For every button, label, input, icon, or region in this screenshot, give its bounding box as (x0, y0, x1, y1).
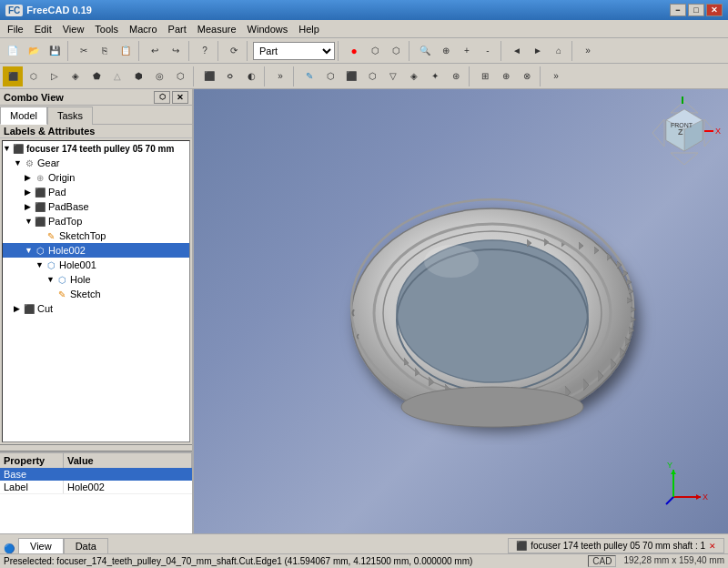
orient-btn1[interactable]: ⊞ (475, 66, 495, 86)
tree-node-gear[interactable]: ▼ ⚙ Gear (3, 156, 189, 170)
nav-button1[interactable]: ◄ (507, 41, 527, 61)
tree-node-padbase[interactable]: ▶ ⬛ PadBase (3, 199, 189, 214)
minimize-button[interactable]: − (670, 4, 686, 16)
pd-btn4[interactable]: ⬡ (362, 66, 382, 86)
view-button3[interactable]: ⬡ (386, 41, 406, 61)
viewport-tab[interactable]: ⬛ focuser 174 teeth pulley 05 70 mm shaf… (508, 538, 724, 553)
orient-btn3[interactable]: ⊗ (517, 66, 537, 86)
menu-part[interactable]: Part (163, 22, 192, 36)
combo-float-button[interactable]: ⬡ (154, 91, 170, 104)
zoom-fit-button[interactable]: 🔍 (415, 41, 435, 61)
sep7 (409, 41, 412, 61)
gear-icon: ⚙ (23, 157, 35, 169)
menu-help[interactable]: Help (293, 22, 325, 36)
props-row-label: Label Hole002 (0, 481, 192, 494)
tree-node-cut[interactable]: ▶ ⬛ Cut (3, 301, 189, 316)
undo-button[interactable]: ↩ (145, 41, 165, 61)
tb2-more2[interactable]: » (546, 66, 566, 86)
view-button2[interactable]: ⬡ (365, 41, 385, 61)
menu-edit[interactable]: Edit (29, 22, 57, 36)
pd-btn5[interactable]: ▽ (383, 66, 403, 86)
tb2-btn5[interactable]: ⬟ (86, 66, 106, 86)
panel-splitter[interactable] (0, 444, 192, 451)
hole002-arrow: ▼ (25, 246, 34, 255)
view3d-button[interactable]: ● (344, 41, 364, 61)
tb2-btn12[interactable]: ◐ (241, 66, 261, 86)
menu-tools[interactable]: Tools (89, 22, 124, 36)
menu-macro[interactable]: Macro (124, 22, 163, 36)
sketch-icon: ✎ (56, 288, 68, 300)
pd-btn7[interactable]: ✦ (425, 66, 445, 86)
tab-view[interactable]: View (18, 538, 64, 553)
cut-button[interactable]: ✂ (74, 41, 94, 61)
tab-data[interactable]: Data (64, 538, 108, 553)
svg-line-30 (666, 497, 673, 504)
svg-point-22 (401, 387, 583, 427)
tab-model[interactable]: Model (0, 106, 47, 125)
tab-data-label: Data (76, 541, 96, 552)
props-group-base: Base (0, 468, 192, 481)
tree-node-sketch[interactable]: ✎ Sketch (3, 287, 189, 301)
sep9 (571, 41, 575, 61)
orient-btn2[interactable]: ⊕ (496, 66, 516, 86)
pd-btn8[interactable]: ⊛ (446, 66, 466, 86)
properties-area: Property Value Base Label Hole002 (0, 451, 192, 533)
tab-tasks[interactable]: Tasks (47, 106, 93, 125)
tb2-btn4[interactable]: ◈ (66, 66, 86, 86)
menu-file[interactable]: File (2, 22, 29, 36)
tb2-btn1[interactable]: ⬛ (3, 66, 23, 86)
tb2-btn2[interactable]: ⬡ (24, 66, 44, 86)
tree-root[interactable]: ▼ ⬛ focuser 174 teeth pulley 05 70 mm (3, 141, 189, 156)
pd-btn2[interactable]: ⬡ (320, 66, 340, 86)
titlebar-controls: − □ ✕ (670, 4, 723, 16)
menu-measure[interactable]: Measure (192, 22, 242, 36)
tree-area[interactable]: ▼ ⬛ focuser 174 teeth pulley 05 70 mm ▼ … (2, 140, 190, 442)
copy-button[interactable]: ⎘ (95, 41, 115, 61)
combo-close-button[interactable]: ✕ (172, 91, 188, 104)
menu-windows[interactable]: Windows (242, 22, 294, 36)
tb2-btn7[interactable]: ⬢ (128, 66, 148, 86)
tb2-btn10[interactable]: ⬛ (199, 66, 219, 86)
root-label: focuser 174 teeth pulley 05 70 mm (26, 144, 174, 154)
sep6 (338, 41, 341, 61)
more-button[interactable]: » (578, 41, 598, 61)
tree-node-hole[interactable]: ▼ ⬡ Hole (3, 272, 189, 287)
maximize-button[interactable]: □ (688, 4, 704, 16)
svg-marker-25 (696, 494, 701, 500)
pd-btn1[interactable]: ✎ (299, 66, 319, 86)
pd-btn3[interactable]: ⬛ (341, 66, 361, 86)
origin-icon: ⊕ (34, 171, 46, 184)
tb2-btn6[interactable]: △ (107, 66, 127, 86)
help-button[interactable]: ? (195, 41, 215, 61)
tree-node-padtop[interactable]: ▼ ⬛ PadTop (3, 214, 189, 228)
viewport[interactable]: X Y Z FRONT (194, 89, 728, 533)
menu-view[interactable]: View (57, 22, 90, 36)
nav-button2[interactable]: ► (528, 41, 548, 61)
tree-node-sketchtop[interactable]: ✎ SketchTop (3, 228, 189, 243)
tree-node-hole002[interactable]: ▼ ⬡ Hole002 (3, 243, 189, 258)
padbase-icon: ⬛ (34, 200, 46, 213)
zoom-sel-button[interactable]: ⊕ (436, 41, 456, 61)
tree-node-pad[interactable]: ▶ ⬛ Pad (3, 185, 189, 199)
tree-node-origin[interactable]: ▶ ⊕ Origin (3, 170, 189, 185)
viewport-close-icon[interactable]: ✕ (709, 542, 716, 551)
paste-button[interactable]: 📋 (116, 41, 136, 61)
pd-btn6[interactable]: ◈ (404, 66, 424, 86)
zoom-out-button[interactable]: - (478, 41, 498, 61)
nav-button3[interactable]: ⌂ (549, 41, 569, 61)
refresh-button[interactable]: ⟳ (224, 41, 244, 61)
new-button[interactable]: 📄 (3, 41, 23, 61)
tb2-btn3[interactable]: ▷ (45, 66, 65, 86)
zoom-in-button[interactable]: + (457, 41, 477, 61)
save-button[interactable]: 💾 (45, 41, 65, 61)
tree-node-hole001[interactable]: ▼ ⬡ Hole001 (3, 258, 189, 272)
tb2-btn9[interactable]: ⬡ (170, 66, 190, 86)
workbench-dropdown[interactable]: Part PartDesign Sketcher (253, 42, 335, 60)
close-button[interactable]: ✕ (706, 4, 723, 16)
open-button[interactable]: 📂 (24, 41, 44, 61)
tb2-more[interactable]: » (270, 66, 290, 86)
redo-button[interactable]: ↪ (166, 41, 186, 61)
hole-arrow: ▼ (46, 275, 56, 284)
tb2-btn8[interactable]: ◎ (149, 66, 169, 86)
tb2-btn11[interactable]: ⭘ (220, 66, 240, 86)
